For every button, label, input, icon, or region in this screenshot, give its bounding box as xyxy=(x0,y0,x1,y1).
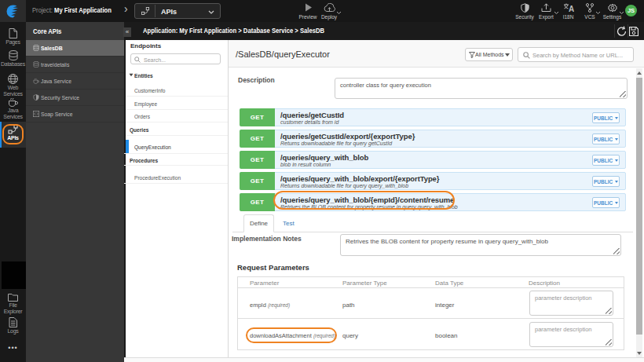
svg-text:A: A xyxy=(569,5,574,13)
